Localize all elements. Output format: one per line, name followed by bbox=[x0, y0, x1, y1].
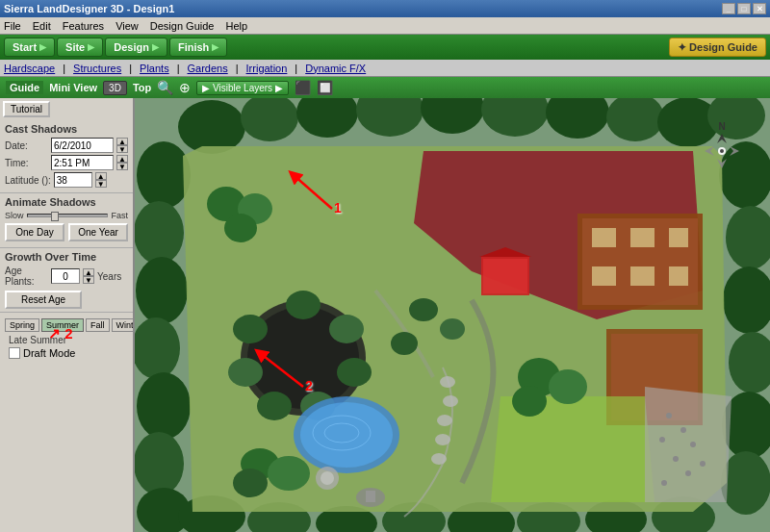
latitude-input[interactable] bbox=[54, 172, 92, 188]
svg-point-46 bbox=[443, 395, 458, 407]
lat-down-button[interactable]: ▼ bbox=[95, 180, 107, 188]
left-panel: Tutorial Cast Shadows Date: ▲ ▼ Time: ▲ … bbox=[0, 98, 135, 532]
age-plants-input[interactable] bbox=[51, 268, 80, 284]
maximize-button[interactable]: □ bbox=[737, 3, 751, 14]
one-day-button[interactable]: One Day bbox=[5, 223, 64, 241]
svg-point-16 bbox=[135, 432, 184, 495]
zoom-icon[interactable]: ⊕ bbox=[179, 80, 191, 95]
menu-design-guide[interactable]: Design Guide bbox=[150, 20, 215, 32]
visible-layers-button[interactable]: ▶ Visible Layers ▶ bbox=[196, 81, 289, 95]
slider-track[interactable] bbox=[27, 214, 109, 217]
svg-rect-37 bbox=[592, 266, 616, 286]
svg-point-86 bbox=[720, 149, 724, 153]
close-button[interactable]: ✕ bbox=[753, 3, 766, 14]
finish-button[interactable]: Finish ▶ bbox=[169, 38, 227, 57]
shadow-speed-slider[interactable]: Slow Fast bbox=[5, 211, 128, 220]
summer-tab[interactable]: Summer bbox=[41, 318, 84, 332]
time-down-button[interactable]: ▼ bbox=[116, 163, 128, 170]
date-row: Date: ▲ ▼ bbox=[5, 138, 128, 153]
sub-toolbar: Hardscape | Structures | Plants | Garden… bbox=[0, 60, 770, 77]
canvas-area[interactable]: N 1 bbox=[135, 98, 770, 532]
layers-icon-1[interactable]: ⬛ bbox=[295, 80, 311, 95]
search-icon-1[interactable]: 🔍 bbox=[157, 80, 173, 95]
season-tabs: Spring Summer Fall Winter bbox=[5, 318, 128, 332]
svg-point-88 bbox=[409, 298, 438, 321]
season-section: Spring Summer Fall Winter Late Summer Dr… bbox=[0, 313, 133, 364]
spring-tab[interactable]: Spring bbox=[5, 318, 39, 332]
start-arrow-icon: ▶ bbox=[39, 42, 46, 52]
site-arrow-icon: ▶ bbox=[88, 42, 94, 52]
svg-point-52 bbox=[286, 291, 321, 319]
animate-buttons-row: One Day One Year bbox=[5, 223, 128, 241]
svg-point-13 bbox=[136, 257, 188, 324]
time-row: Time: ▲ ▼ bbox=[5, 155, 128, 170]
gardens-link[interactable]: Gardens bbox=[188, 63, 228, 74]
slow-label: Slow bbox=[5, 211, 24, 220]
view-3d-button[interactable]: 3D bbox=[103, 81, 127, 95]
winter-tab[interactable]: Winter bbox=[112, 318, 135, 332]
age-down-button[interactable]: ▼ bbox=[83, 276, 94, 284]
svg-point-78 bbox=[321, 471, 334, 485]
date-input[interactable] bbox=[51, 138, 114, 153]
date-label: Date: bbox=[5, 140, 48, 151]
layers-icon-2[interactable]: 🔲 bbox=[317, 80, 333, 95]
menu-view[interactable]: View bbox=[116, 20, 139, 32]
growth-title: Growth Over Time bbox=[5, 251, 128, 263]
svg-rect-38 bbox=[630, 266, 654, 286]
menu-edit[interactable]: Edit bbox=[33, 20, 51, 32]
years-label: Years bbox=[97, 271, 135, 282]
one-year-button[interactable]: One Year bbox=[68, 223, 128, 241]
svg-rect-39 bbox=[669, 266, 688, 286]
garden-canvas[interactable]: N bbox=[135, 98, 770, 532]
menu-features[interactable]: Features bbox=[63, 20, 104, 32]
minimize-button[interactable]: _ bbox=[722, 3, 735, 14]
cast-shadows-section: Cast Shadows Date: ▲ ▼ Time: ▲ ▼ Latitud… bbox=[0, 120, 133, 193]
menu-help[interactable]: Help bbox=[225, 20, 247, 32]
fall-tab[interactable]: Fall bbox=[86, 318, 110, 332]
hardscape-link[interactable]: Hardscape bbox=[4, 63, 55, 74]
svg-point-64 bbox=[680, 427, 686, 433]
plants-link[interactable]: Plants bbox=[140, 63, 169, 74]
animate-shadows-section: Animate Shadows Slow Fast One Day One Ye… bbox=[0, 193, 133, 248]
main-layout: Tutorial Cast Shadows Date: ▲ ▼ Time: ▲ … bbox=[0, 98, 770, 532]
svg-rect-36 bbox=[669, 228, 688, 247]
fast-label: Fast bbox=[111, 211, 128, 220]
structures-link[interactable]: Structures bbox=[73, 63, 121, 74]
finish-arrow-icon: ▶ bbox=[212, 42, 218, 52]
svg-point-1 bbox=[178, 100, 245, 154]
time-input[interactable] bbox=[51, 155, 114, 170]
svg-rect-34 bbox=[592, 228, 616, 247]
svg-point-12 bbox=[135, 201, 184, 265]
svg-point-53 bbox=[329, 315, 364, 343]
irrigation-link[interactable]: Irrigation bbox=[246, 63, 288, 74]
svg-point-57 bbox=[228, 358, 263, 387]
svg-point-73 bbox=[512, 386, 547, 417]
start-button[interactable]: Start ▶ bbox=[4, 38, 55, 57]
draft-mode-label: Draft Mode bbox=[23, 347, 75, 359]
site-button[interactable]: Site ▶ bbox=[57, 38, 103, 57]
draft-mode-checkbox[interactable] bbox=[9, 347, 20, 359]
svg-point-72 bbox=[549, 369, 587, 404]
date-down-button[interactable]: ▼ bbox=[116, 145, 128, 153]
svg-point-68 bbox=[685, 470, 691, 476]
reset-age-button[interactable]: Reset Age bbox=[5, 291, 82, 309]
latitude-row: Latitude (): ▲ ▼ bbox=[5, 172, 128, 188]
window-controls[interactable]: _ □ ✕ bbox=[722, 3, 766, 14]
growth-section: Growth Over Time Age Plants: ▲ ▼ Years R… bbox=[0, 248, 133, 313]
design-button[interactable]: Design ▶ bbox=[105, 38, 167, 57]
svg-point-48 bbox=[435, 434, 450, 445]
svg-point-49 bbox=[431, 453, 447, 465]
animate-shadows-title: Animate Shadows bbox=[5, 196, 128, 208]
svg-point-70 bbox=[700, 461, 706, 467]
age-plants-row: Age Plants: ▲ ▼ Years bbox=[5, 266, 128, 287]
menu-file[interactable]: File bbox=[4, 20, 21, 32]
tutorial-button[interactable]: Tutorial bbox=[3, 101, 50, 117]
svg-point-76 bbox=[233, 469, 268, 497]
slider-thumb[interactable] bbox=[51, 212, 59, 221]
nav-toolbar: Start ▶ Site ▶ Design ▶ Finish ▶ ✦ Desig… bbox=[0, 35, 770, 60]
design-guide-button[interactable]: ✦ Design Guide bbox=[669, 38, 766, 57]
svg-point-67 bbox=[673, 456, 679, 462]
dynamic-fx-link[interactable]: Dynamic F/X bbox=[305, 63, 366, 74]
window-title: Sierra LandDesigner 3D - Design1 bbox=[4, 3, 174, 14]
svg-point-69 bbox=[661, 480, 667, 486]
